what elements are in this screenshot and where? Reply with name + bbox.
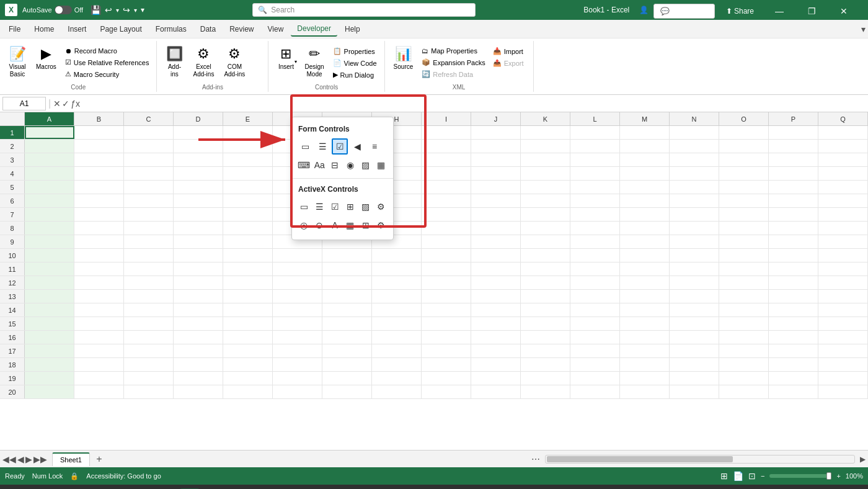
form-button-icon[interactable]: ▭ xyxy=(297,138,313,155)
form-combo-icon[interactable]: ☰ xyxy=(314,138,330,155)
cell-reference-input[interactable] xyxy=(2,97,46,110)
cell-M14[interactable] xyxy=(620,303,670,316)
cell-M6[interactable] xyxy=(620,194,670,207)
cell-I19[interactable] xyxy=(422,372,471,385)
cell-E19[interactable] xyxy=(223,372,273,385)
cell-F18[interactable] xyxy=(273,358,322,371)
cell-D4[interactable] xyxy=(174,167,223,180)
cell-N14[interactable] xyxy=(670,303,719,316)
cell-M1[interactable] xyxy=(620,126,670,139)
cell-Q20[interactable] xyxy=(818,385,868,398)
cell-L12[interactable] xyxy=(570,276,620,289)
minimize-button[interactable]: — xyxy=(765,1,794,21)
activex-checkbox-icon[interactable]: ☑ xyxy=(328,199,342,215)
activex-textbox-icon[interactable]: ▨ xyxy=(358,199,373,215)
cell-B1[interactable] xyxy=(74,126,124,139)
cell-O18[interactable] xyxy=(719,358,769,371)
cell-Q18[interactable] xyxy=(818,358,868,371)
cell-B8[interactable] xyxy=(74,222,124,235)
cell-N7[interactable] xyxy=(670,208,719,221)
cell-G10[interactable] xyxy=(322,249,372,262)
activex-radio-icon[interactable]: ⊙ xyxy=(312,217,327,233)
cell-L14[interactable] xyxy=(570,303,620,316)
cell-J2[interactable] xyxy=(471,140,521,153)
cell-C7[interactable] xyxy=(124,208,174,221)
cell-P12[interactable] xyxy=(769,276,818,289)
cell-C2[interactable] xyxy=(124,140,174,153)
form-img-icon[interactable]: ▨ xyxy=(358,157,373,173)
cell-K10[interactable] xyxy=(521,249,570,262)
cell-I20[interactable] xyxy=(422,385,471,398)
cell-M17[interactable] xyxy=(620,344,670,357)
cell-K19[interactable] xyxy=(521,372,570,385)
cell-Q13[interactable] xyxy=(818,290,868,303)
cell-Q1[interactable] xyxy=(818,126,868,139)
cell-H20[interactable] xyxy=(372,385,422,398)
cell-F15[interactable] xyxy=(273,317,322,330)
cell-E15[interactable] xyxy=(223,317,273,330)
cell-L7[interactable] xyxy=(570,208,620,221)
cell-P2[interactable] xyxy=(769,140,818,153)
cell-C18[interactable] xyxy=(124,358,174,371)
cell-P17[interactable] xyxy=(769,344,818,357)
cell-A5[interactable] xyxy=(25,181,74,194)
cell-B6[interactable] xyxy=(74,194,124,207)
cell-K11[interactable] xyxy=(521,262,570,276)
cell-M13[interactable] xyxy=(620,290,670,303)
cell-L3[interactable] xyxy=(570,153,620,166)
cell-I13[interactable] xyxy=(422,290,471,303)
row-number-17[interactable]: 17 xyxy=(0,344,25,357)
col-header-M[interactable]: M xyxy=(620,112,670,125)
cell-L2[interactable] xyxy=(570,140,620,153)
row-number-10[interactable]: 10 xyxy=(0,249,25,262)
cell-K18[interactable] xyxy=(521,358,570,371)
cell-J6[interactable] xyxy=(471,194,521,207)
cell-N6[interactable] xyxy=(670,194,719,207)
source-button[interactable]: 📊 Source xyxy=(390,43,417,73)
cell-O2[interactable] xyxy=(719,140,769,153)
cell-K2[interactable] xyxy=(521,140,570,153)
cell-B18[interactable] xyxy=(74,358,124,371)
cell-K16[interactable] xyxy=(521,331,570,344)
comments-button[interactable]: 💬 Comments xyxy=(653,4,714,19)
cell-O5[interactable] xyxy=(719,181,769,194)
cell-A8[interactable] xyxy=(25,222,74,235)
activex-scroll-icon[interactable]: ⚙ xyxy=(374,199,388,215)
import-button[interactable]: 📥 Import xyxy=(490,46,526,56)
cell-O13[interactable] xyxy=(719,290,769,303)
cell-L5[interactable] xyxy=(570,181,620,194)
form-groupbox-icon[interactable]: ⊟ xyxy=(328,157,342,173)
cell-G11[interactable] xyxy=(322,262,372,276)
col-header-L[interactable]: L xyxy=(570,112,620,125)
cell-E12[interactable] xyxy=(223,276,273,289)
menu-view[interactable]: View xyxy=(262,22,290,36)
cell-Q16[interactable] xyxy=(818,331,868,344)
cell-A14[interactable] xyxy=(25,303,74,316)
cell-K15[interactable] xyxy=(521,317,570,330)
redo-icon[interactable]: ↪ xyxy=(123,5,130,15)
cell-J20[interactable] xyxy=(471,385,521,398)
cell-E13[interactable] xyxy=(223,290,273,303)
cell-O10[interactable] xyxy=(719,249,769,262)
form-grid-icon[interactable]: ▦ xyxy=(374,157,388,173)
cell-F17[interactable] xyxy=(273,344,322,357)
cell-Q11[interactable] xyxy=(818,262,868,276)
cell-P7[interactable] xyxy=(769,208,818,221)
menu-developer[interactable]: Developer xyxy=(291,22,337,37)
cell-H12[interactable] xyxy=(372,276,422,289)
cell-C14[interactable] xyxy=(124,303,174,316)
row-number-7[interactable]: 7 xyxy=(0,208,25,221)
cell-B19[interactable] xyxy=(74,372,124,385)
cell-M11[interactable] xyxy=(620,262,670,276)
cell-A19[interactable] xyxy=(25,372,74,385)
form-label-icon[interactable]: Aa xyxy=(312,157,327,173)
cell-M5[interactable] xyxy=(620,181,670,194)
macro-security-button[interactable]: ⚠ Macro Security xyxy=(63,69,152,79)
activex-button-icon[interactable]: ▭ xyxy=(297,199,311,215)
cell-O1[interactable] xyxy=(719,126,769,139)
row-number-20[interactable]: 20 xyxy=(0,385,25,398)
cell-H13[interactable] xyxy=(372,290,422,303)
cell-I12[interactable] xyxy=(422,276,471,289)
cell-L16[interactable] xyxy=(570,331,620,344)
cell-H18[interactable] xyxy=(372,358,422,371)
